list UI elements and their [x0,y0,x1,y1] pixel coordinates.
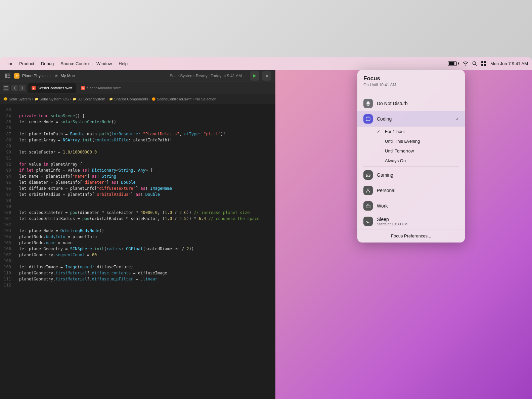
svg-point-21 [369,176,369,176]
breadcrumb-bar: 🌞 Solar System › 📁 Solar System iOS › 📁 … [0,94,275,104]
svg-rect-13 [4,88,8,88]
svg-rect-15 [366,117,370,121]
focus-item-work[interactable]: Work [357,198,465,214]
target-name: My Mac [60,74,75,78]
nav-back-forward [11,85,26,91]
focus-preferences-button[interactable]: Focus Preferences... [357,229,465,242]
sleep-label: Sleep [377,217,459,222]
focus-item-personal[interactable]: Personal [357,183,465,198]
swift-icon-1: S [32,86,36,90]
svg-rect-11 [266,75,268,77]
code-editor: 83 84 85 86 87 88 89 90 91 92 93 94 95 9… [0,104,275,399]
breadcrumb-shared: Shared Components [114,97,148,101]
menu-item-debug[interactable]: Debug [38,60,57,68]
back-button[interactable] [11,85,18,91]
focus-item-dnd[interactable]: Do Not Disturb [357,96,465,111]
menu-item-help[interactable]: Help [115,60,131,68]
run-button[interactable] [250,71,259,81]
svg-rect-5 [484,64,486,66]
menu-bar-left: tor Product Debug Source Control Window … [4,60,448,68]
menu-item-window[interactable]: Window [93,60,115,68]
sidebar-toggle-button[interactable] [4,72,11,80]
focus-item-sleep[interactable]: Sleep Starts at 10:30 PM [357,214,465,229]
breadcrumb-solar-system-ios: Solar System iOS [40,97,69,101]
battery-indicator [448,61,459,66]
dnd-icon [363,99,373,108]
coding-icon [363,114,373,124]
focus-header: Focus On Until 10:41 AM [357,70,465,90]
project-icon: P [14,73,19,79]
work-label: Work [377,203,459,209]
dnd-label: Do Not Disturb [377,101,459,106]
menu-item-source-control[interactable]: Source Control [57,60,93,68]
focus-divider-top [357,93,465,93]
gaming-icon [363,170,373,180]
coding-subitems: ✓ For 1 hour ✓ Until This Evening ✓ Unti… [357,127,465,166]
control-center-icon[interactable] [481,61,486,66]
svg-point-20 [369,175,369,175]
code-content[interactable]: 83 84 85 86 87 88 89 90 91 92 93 94 95 9… [0,104,275,399]
svg-rect-8 [7,75,10,76]
coding-subitem-1hour[interactable]: ✓ For 1 hour [377,127,465,136]
code-text[interactable]: private func setupScene() { let centerNo… [15,104,275,399]
personal-icon [363,186,373,195]
coding-subitem-evening[interactable]: ✓ Until This Evening [377,136,465,146]
navigator-button[interactable] [3,85,9,91]
svg-marker-10 [253,74,256,78]
focus-subtitle: On Until 10:41 AM [363,83,459,87]
build-status: Solar System: Ready | Today at 9:41 AM [170,74,242,78]
stop-button[interactable] [262,71,271,81]
svg-rect-4 [481,64,483,66]
svg-rect-16 [367,117,369,118]
coding-chevron: ∧ [456,117,459,121]
line-numbers: 83 84 85 86 87 88 89 90 91 92 93 94 95 9… [0,104,15,399]
tabs-bar: S SceneController.swift S SceneAnimator.… [0,82,275,94]
menu-bar: tor Product Debug Source Control Window … [0,57,532,70]
datetime-display: Mon Jun 7 9:41 AM [490,61,528,66]
sleep-icon [363,217,373,226]
focus-title: Focus [363,75,459,82]
personal-label: Personal [377,188,459,193]
coding-label: Coding [377,116,452,122]
coding-subitem-tomorrow[interactable]: ✓ Until Tomorrow [377,146,465,156]
svg-rect-23 [366,205,370,208]
gaming-label: Gaming [377,172,459,178]
svg-rect-9 [7,77,10,78]
project-name: PlanetPhysics [22,74,47,78]
xcode-window: P PlanetPhysics › 🖥 My Mac Solar System:… [0,70,275,399]
menu-item-tor[interactable]: tor [4,60,16,68]
svg-rect-12 [4,86,8,87]
sleep-subtitle: Starts at 10:30 PM [377,222,459,226]
breadcrumb-3d-solar: 3D Solar System [78,97,105,101]
project-bar: P PlanetPhysics › 🖥 My Mac Solar System:… [0,70,275,82]
battery-tip [458,62,459,64]
menu-bar-right: Mon Jun 7 9:41 AM [448,61,528,66]
tab-scene-controller[interactable]: S SceneController.swift [28,83,76,93]
svg-rect-14 [4,89,8,90]
forward-button[interactable] [19,85,26,91]
focus-item-coding[interactable]: Coding ∧ [357,111,465,127]
svg-rect-7 [7,74,10,75]
battery-body [448,61,457,66]
coding-divider [363,166,459,167]
search-icon[interactable] [472,61,477,66]
focus-item-gaming[interactable]: Gaming [357,167,465,183]
swift-icon-2: S [81,86,85,90]
wifi-icon[interactable] [463,61,468,65]
menu-item-product[interactable]: Product [16,60,38,68]
svg-point-22 [367,189,369,190]
svg-rect-3 [484,61,486,63]
breadcrumb-selection: No Selection [195,97,216,101]
tab-scene-animator[interactable]: S SceneAnimator.swift [77,83,125,93]
breadcrumb-file: SceneController.swift [157,97,191,101]
battery-fill [449,62,454,65]
focus-popup: Focus On Until 10:41 AM Do Not Disturb C… [357,70,465,242]
svg-rect-2 [481,61,483,63]
work-icon [363,201,373,211]
breadcrumb-solar-system: Solar System [9,97,31,101]
svg-line-1 [475,64,477,66]
svg-rect-6 [5,74,7,78]
battery-icon [448,61,459,66]
coding-subitem-alwayson[interactable]: ✓ Always On [377,156,465,166]
